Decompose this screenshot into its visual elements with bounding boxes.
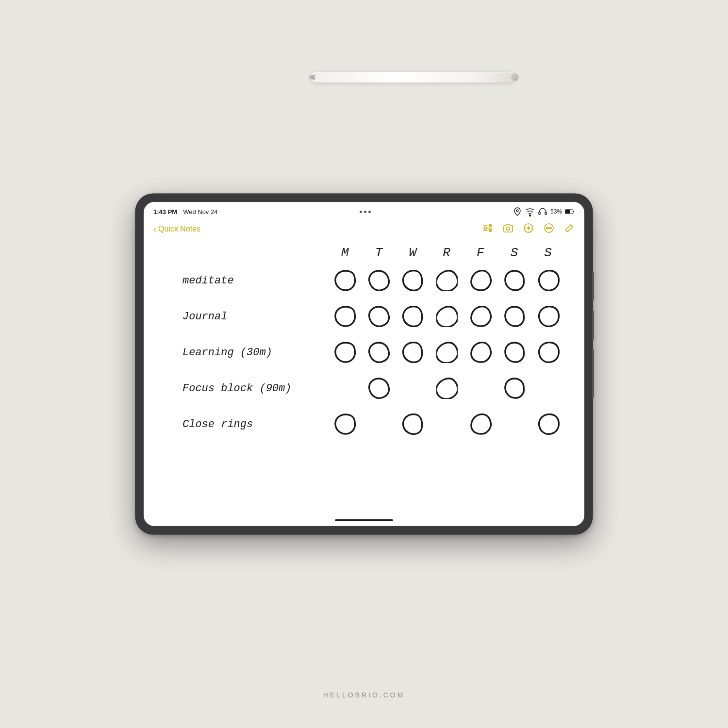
habit-name: Close rings [182, 418, 328, 430]
status-left: 1:43 PM Wed Nov 24 [153, 208, 217, 215]
habit-circle [464, 300, 498, 333]
svg-rect-3 [545, 212, 546, 215]
status-right: 53% [513, 207, 575, 216]
svg-point-20 [548, 227, 549, 228]
nav-icons [482, 223, 575, 236]
habit-circle [396, 300, 430, 333]
location-icon [513, 207, 522, 216]
svg-rect-5 [565, 210, 570, 214]
habit-circle [430, 372, 464, 405]
habit-circles [328, 372, 566, 405]
habit-circle [464, 408, 498, 441]
svg-point-1 [529, 215, 530, 216]
habit-row: Close rings [182, 408, 565, 441]
nav-bar: ‹ Quick Notes [144, 219, 584, 241]
empty-cell [362, 408, 396, 441]
ipad-screen: 1:43 PM Wed Nov 24 [144, 202, 584, 526]
habit-circle [328, 336, 362, 369]
more-icon[interactable] [544, 223, 554, 236]
habit-circle [328, 408, 362, 441]
habit-row: Learning (30m) [182, 336, 565, 369]
ipad-frame: 1:43 PM Wed Nov 24 [136, 194, 592, 534]
headphones-icon [538, 207, 547, 216]
page-wrapper: 1:43 PM Wed Nov 24 [0, 0, 728, 728]
habit-row: meditate [182, 264, 565, 297]
apple-pencil [311, 72, 515, 83]
habit-circle [362, 372, 396, 405]
habit-rows: meditate Journal Learning (30m) [182, 264, 565, 441]
svg-point-17 [528, 227, 529, 229]
svg-point-6 [484, 227, 487, 229]
side-button-top [592, 272, 594, 301]
svg-rect-2 [539, 212, 540, 215]
habit-circle [532, 300, 566, 333]
habit-circle [396, 408, 430, 441]
back-button[interactable]: ‹ Quick Notes [153, 224, 200, 234]
habit-row: Focus block (90m) [182, 372, 565, 405]
habit-name: meditate [182, 275, 328, 287]
habit-row: Journal [182, 300, 565, 333]
habit-circle [532, 264, 566, 297]
day-label: T [362, 246, 396, 260]
day-label: W [396, 246, 430, 260]
camera-icon[interactable] [503, 223, 513, 236]
day-label: S [497, 246, 531, 260]
side-button-mid [592, 311, 594, 340]
habit-circle [464, 264, 498, 297]
habit-circle [362, 264, 396, 297]
day-label: M [328, 246, 362, 260]
day-label: S [531, 246, 565, 260]
svg-point-0 [516, 210, 518, 212]
status-dot-1 [360, 211, 362, 213]
filter-icon[interactable] [482, 223, 493, 236]
habit-circle [532, 336, 566, 369]
status-dot-3 [368, 211, 371, 213]
habit-circle [430, 264, 464, 297]
day-label: R [430, 246, 463, 260]
habit-circle [498, 264, 532, 297]
habit-circle [498, 336, 532, 369]
empty-cell [396, 372, 430, 405]
note-content: MTWRFSS meditate Journal [144, 241, 584, 514]
svg-point-21 [550, 227, 551, 228]
habit-circle [328, 300, 362, 333]
edit-icon[interactable] [564, 223, 575, 236]
empty-cell [532, 372, 566, 405]
habit-circle [498, 300, 532, 333]
habit-circle [362, 336, 396, 369]
status-time: 1:43 PM [153, 208, 177, 215]
home-bar [335, 519, 393, 521]
habit-circle [532, 408, 566, 441]
battery-text: 53% [550, 208, 562, 215]
habit-circles [328, 264, 566, 297]
side-button-bot [592, 349, 594, 398]
empty-cell [430, 408, 464, 441]
habit-circle [430, 336, 464, 369]
habit-circle [498, 372, 532, 405]
habit-circle [328, 264, 362, 297]
habit-name: Focus block (90m) [182, 382, 328, 395]
svg-point-15 [507, 227, 510, 230]
habit-circles [328, 336, 566, 369]
status-center [360, 211, 371, 213]
svg-point-19 [546, 227, 547, 228]
habit-circle [396, 336, 430, 369]
days-header: MTWRFSS [328, 246, 565, 260]
habit-circle [396, 264, 430, 297]
empty-cell [498, 408, 532, 441]
habit-name: Learning (30m) [182, 347, 328, 359]
habit-circle [464, 336, 498, 369]
compass-icon[interactable] [523, 223, 534, 236]
footer-text: HELLOBRIO.COM [323, 691, 405, 699]
day-label: F [463, 246, 497, 260]
habit-circle [362, 300, 396, 333]
wifi-icon [525, 207, 535, 216]
back-chevron-icon: ‹ [153, 224, 156, 234]
back-label: Quick Notes [158, 225, 200, 233]
status-date: Wed Nov 24 [183, 208, 217, 215]
habit-circles [328, 300, 566, 333]
habit-circles [328, 408, 566, 441]
status-bar: 1:43 PM Wed Nov 24 [144, 202, 584, 219]
empty-cell [464, 372, 498, 405]
empty-cell [328, 372, 362, 405]
